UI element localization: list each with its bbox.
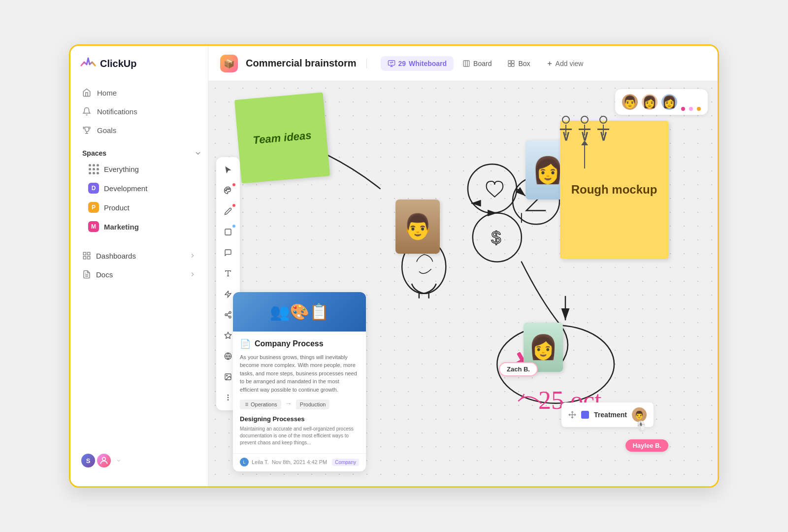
tab-whiteboard-label: Whiteboard <box>409 60 447 67</box>
sticky-yellow-text: Rough mockup <box>571 183 657 197</box>
arrow-icon: → <box>285 399 292 409</box>
plus-icon <box>546 60 553 67</box>
cursor-tool[interactable] <box>219 161 237 179</box>
add-view-label: Add view <box>556 60 584 67</box>
sidebar-item-notifications[interactable]: Notifications <box>76 102 202 121</box>
product-label: Product <box>104 203 130 212</box>
grid-icon <box>88 164 99 174</box>
rectangle-icon <box>224 228 232 236</box>
avatar-dot-2 <box>689 107 693 111</box>
sidebar-item-development[interactable]: D Development <box>82 179 202 198</box>
tab-box[interactable]: Box <box>500 56 537 71</box>
wb-avatar-2: 👩 <box>641 93 658 111</box>
sidebar-item-product[interactable]: P Product <box>82 198 202 217</box>
sidebar-item-dashboards[interactable]: Dashboards <box>76 246 202 265</box>
topbar: 📦 Commercial brainstorm 29 Whiteboard Bo… <box>208 46 718 81</box>
view-tabs: 29 Whiteboard Board Box Add view <box>381 56 591 71</box>
whiteboard-users: 👨 👩 👩 <box>615 89 708 115</box>
pencil-tool[interactable] <box>219 202 237 220</box>
svg-rect-2 <box>88 252 90 255</box>
more-icon <box>224 394 232 401</box>
box-icon <box>507 60 515 67</box>
svg-point-35 <box>228 397 228 398</box>
wb-avatar-1: 👨 <box>621 93 639 111</box>
sidebar-item-goals[interactable]: Goals <box>76 121 202 139</box>
sidebar: ClickUp Home Notifications Goals Spaces <box>70 46 208 486</box>
stick-figure-2 <box>579 116 591 141</box>
svg-rect-3 <box>88 257 90 259</box>
sidebar-item-home[interactable]: Home <box>76 83 202 102</box>
svg-point-19 <box>227 189 228 190</box>
sidebar-item-marketing[interactable]: M Marketing <box>82 217 202 236</box>
svg-point-20 <box>229 189 230 190</box>
whiteboard-icon <box>388 60 395 67</box>
pencil-icon <box>224 207 232 215</box>
arrow-up-shaft <box>584 145 586 168</box>
sticky-note-green[interactable]: Team ideas <box>234 92 330 183</box>
doc-card-description: As your business grows, things will inev… <box>240 353 359 394</box>
goals-label: Goals <box>97 126 116 134</box>
app-container: ClickUp Home Notifications Goals Spaces <box>69 44 719 488</box>
main-area: 📦 Commercial brainstorm 29 Whiteboard Bo… <box>208 46 718 486</box>
add-view-button[interactable]: Add view <box>539 56 591 71</box>
stick-figure-1 <box>560 116 572 141</box>
share-icon <box>224 311 232 319</box>
footer-date: Nov 8th, 2021 4:42 PM <box>272 459 328 465</box>
note-icon <box>224 249 232 257</box>
palette-tool[interactable] <box>219 182 237 200</box>
svg-rect-13 <box>512 61 514 63</box>
lightning-icon <box>224 290 232 298</box>
dashboards-label: Dashboards <box>96 252 136 260</box>
tab-whiteboard[interactable]: 29 Whiteboard <box>381 56 454 71</box>
svg-point-26 <box>229 316 231 318</box>
svg-rect-4 <box>83 257 86 259</box>
chevron-right-icon <box>189 252 196 259</box>
sidebar-item-docs[interactable]: Docs <box>76 265 202 284</box>
image-icon <box>224 373 232 381</box>
everything-label: Everything <box>104 165 139 173</box>
divider1 <box>366 59 367 68</box>
sidebar-item-everything[interactable]: Everything <box>82 160 202 178</box>
doc-tag-operations: Operations <box>240 399 281 409</box>
svg-point-18 <box>226 190 227 191</box>
docs-icon <box>82 270 91 279</box>
whiteboard-canvas[interactable]: $ <box>208 81 718 486</box>
doc-card-header: 👥🎨📋 <box>233 292 366 332</box>
rectangle-tool[interactable] <box>219 223 237 241</box>
app-name: ClickUp <box>100 58 136 69</box>
svg-point-25 <box>225 314 227 316</box>
text-tool[interactable] <box>219 265 237 282</box>
cursor-pointer-icon: 🖱️ <box>634 419 649 433</box>
user-avatar-2[interactable] <box>96 453 112 468</box>
wb-avatar-3: 👩 <box>660 93 678 111</box>
spaces-label: Spaces <box>82 149 106 157</box>
svg-point-36 <box>228 399 228 400</box>
svg-point-38 <box>468 164 517 213</box>
svg-point-24 <box>229 311 231 313</box>
svg-point-34 <box>228 395 228 396</box>
development-badge: D <box>88 183 99 194</box>
doc-card-footer: L Leila T. Nov 8th, 2021 4:42 PM Company <box>233 453 366 471</box>
tab-board[interactable]: Board <box>456 56 498 71</box>
svg-point-33 <box>227 375 228 376</box>
stick-figure-3 <box>597 116 609 141</box>
user-avatar-s[interactable]: S <box>80 453 96 468</box>
doc-footer-author: L Leila T. Nov 8th, 2021 4:42 PM <box>240 458 327 466</box>
home-icon <box>82 88 91 97</box>
document-card[interactable]: 👥🎨📋 📄 Company Process As your business g… <box>233 292 366 472</box>
trophy-icon <box>82 126 91 134</box>
note-tool[interactable] <box>219 244 237 262</box>
user-label-zach: Zach B. <box>499 362 538 376</box>
marketing-label: Marketing <box>104 223 139 231</box>
spaces-section-header[interactable]: Spaces <box>82 147 202 159</box>
spaces-section: Spaces Everything D Development P Produc… <box>70 139 208 238</box>
doc-card-title: 📄 Company Process <box>240 338 359 349</box>
operations-tag-text: Operations <box>251 401 277 407</box>
footer-badge: Company <box>332 459 359 466</box>
board-icon <box>462 60 470 67</box>
svg-marker-29 <box>225 332 231 338</box>
cursor-icon <box>224 166 232 174</box>
sidebar-bottom-nav: Dashboards Docs <box>70 242 208 288</box>
person-photo-1: 👨 <box>395 200 440 254</box>
doc-header-image: 👥🎨📋 <box>233 292 366 332</box>
